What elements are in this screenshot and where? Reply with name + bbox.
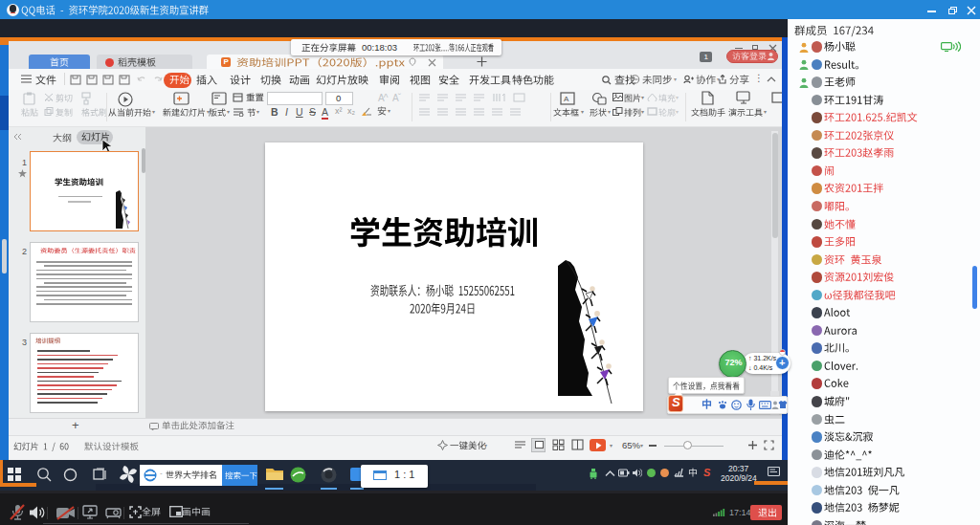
svg-text:A: A <box>564 95 569 103</box>
